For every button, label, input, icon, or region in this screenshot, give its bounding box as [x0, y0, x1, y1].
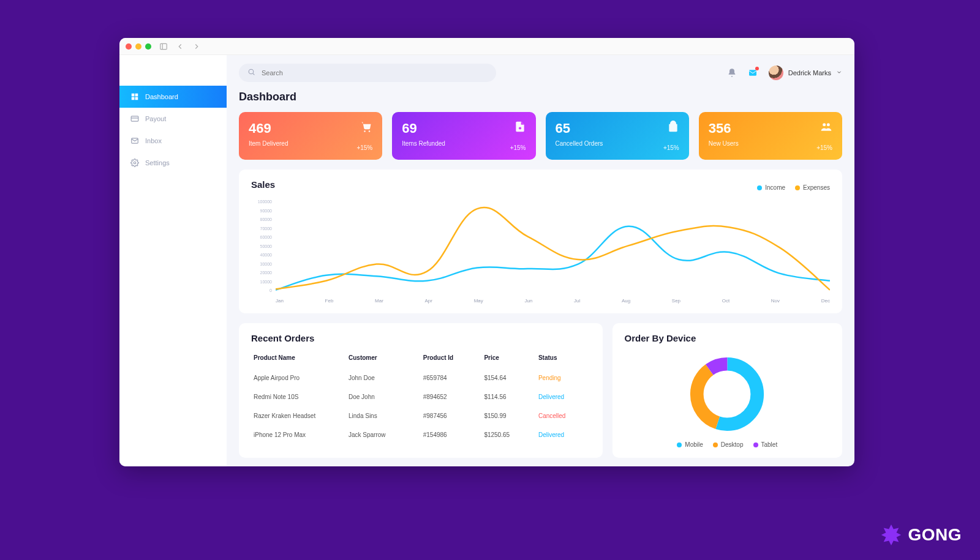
bottom-panels: Recent Orders Product NameCustomerProduc…: [239, 323, 842, 458]
sidebar-item-dashboard[interactable]: Dashboard: [119, 86, 227, 108]
sidebar-item-inbox[interactable]: Inbox: [119, 130, 227, 152]
notifications-button[interactable]: [727, 68, 737, 78]
svg-point-16: [823, 123, 826, 126]
stat-value: 356: [709, 121, 832, 136]
mail-icon: [130, 136, 139, 145]
browser-window: Dashboard Payout Inbox Settings: [119, 38, 854, 466]
stat-label: Cancelled Orders: [556, 140, 679, 147]
svg-line-11: [253, 73, 254, 75]
svg-rect-0: [160, 43, 167, 49]
grid-icon: [130, 92, 139, 101]
table-cell: Razer Kraken Headset: [251, 406, 346, 425]
user-name: Dedrick Marks: [788, 69, 831, 77]
nav-back-button[interactable]: [176, 42, 184, 51]
table-cell: Jack Sparrow: [346, 425, 421, 444]
stat-card-cancelled[interactable]: 65 Cancelled Orders +15%: [546, 112, 689, 160]
legend-label: Expenses: [803, 184, 830, 191]
bag-icon: [667, 121, 679, 133]
svg-point-17: [827, 123, 830, 126]
main-content: Dedrick Marks Dashboard 469 Item Deliver…: [227, 55, 854, 466]
sidebar-item-label: Dashboard: [145, 93, 178, 100]
stat-card-refunded[interactable]: 69 Items Refunded +15%: [392, 112, 535, 160]
messages-button[interactable]: [748, 68, 758, 78]
stat-pct: +15%: [663, 144, 679, 151]
table-row[interactable]: Razer Kraken HeadsetLinda Sins#987456$15…: [251, 406, 590, 425]
svg-point-9: [134, 162, 136, 164]
svg-rect-4: [132, 97, 135, 100]
legend-label: Desktop: [721, 441, 744, 448]
status-badge: Delivered: [536, 387, 590, 406]
legend-income: Income: [757, 184, 785, 191]
stat-pct: +15%: [356, 144, 372, 151]
svg-point-14: [369, 130, 371, 132]
window-titlebar: [119, 38, 854, 55]
close-window-button[interactable]: [126, 43, 132, 50]
orders-col-header: Price: [481, 349, 536, 368]
svg-rect-2: [132, 94, 135, 97]
user-menu[interactable]: Dedrick Marks: [769, 65, 842, 80]
table-cell: $1250.65: [481, 425, 536, 444]
minimize-window-button[interactable]: [135, 43, 141, 50]
svg-point-10: [249, 69, 254, 74]
table-row[interactable]: iPhone 12 Pro MaxJack Sparrow#154986$125…: [251, 425, 590, 444]
sales-title: Sales: [251, 179, 275, 190]
table-cell: John Doe: [346, 368, 421, 387]
search-box[interactable]: [239, 64, 496, 82]
orders-col-header: Status: [536, 349, 590, 368]
avatar: [769, 65, 783, 80]
table-cell: Linda Sins: [346, 406, 421, 425]
sidebar-toggle-icon[interactable]: [159, 42, 168, 51]
app-shell: Dashboard Payout Inbox Settings: [119, 55, 854, 466]
chart-y-axis: 1000009000080000700006000050000400003000…: [251, 200, 272, 293]
stat-cards: 469 Item Delivered +15% 69 Items Refunde…: [239, 112, 842, 160]
legend-label: Tablet: [761, 441, 778, 448]
table-cell: $114.56: [481, 387, 536, 406]
stat-value: 65: [556, 121, 679, 136]
device-legend: MobileDesktopTablet: [677, 441, 777, 448]
gong-logo-text: GONG: [908, 525, 962, 545]
device-panel: Order By Device MobileDesktopTablet: [612, 323, 842, 458]
sidebar-item-payout[interactable]: Payout: [119, 108, 227, 130]
table-cell: #659784: [421, 368, 482, 387]
table-cell: Redmi Note 10S: [251, 387, 346, 406]
stat-label: New Users: [709, 140, 832, 147]
orders-col-header: Product Name: [251, 349, 346, 368]
stat-value: 469: [249, 121, 372, 136]
table-cell: $150.99: [481, 406, 536, 425]
sidebar-item-label: Inbox: [145, 137, 162, 144]
orders-table: Product NameCustomerProduct IdPriceStatu…: [251, 349, 590, 444]
legend-item: Desktop: [713, 441, 744, 448]
status-badge: Cancelled: [536, 406, 590, 425]
svg-point-15: [518, 127, 521, 129]
table-row[interactable]: Redmi Note 10SDoe John#894652$114.56Deli…: [251, 387, 590, 406]
stat-card-newusers[interactable]: 356 New Users +15%: [699, 112, 842, 160]
chevron-down-icon: [836, 69, 842, 77]
stat-card-delivered[interactable]: 469 Item Delivered +15%: [239, 112, 382, 160]
chart-x-axis: JanFebMarAprMayJunJulAugSepOctNovDec: [276, 298, 830, 304]
stat-label: Items Refunded: [402, 140, 526, 147]
table-row[interactable]: Apple Airpod ProJohn Doe#659784$154.64Pe…: [251, 368, 590, 387]
maximize-window-button[interactable]: [145, 43, 151, 50]
search-input[interactable]: [262, 69, 488, 77]
gong-brand: GONG: [880, 523, 962, 547]
legend-item: Mobile: [677, 441, 703, 448]
svg-rect-3: [135, 94, 138, 97]
sales-chart-svg: [276, 200, 830, 292]
card-icon: [130, 114, 139, 123]
legend-item: Tablet: [753, 441, 778, 448]
svg-rect-6: [131, 116, 138, 121]
nav-forward-button[interactable]: [192, 42, 201, 51]
sales-legend: Income Expenses: [757, 184, 830, 191]
sidebar-item-settings[interactable]: Settings: [119, 152, 227, 174]
stat-value: 69: [402, 121, 526, 136]
orders-panel: Recent Orders Product NameCustomerProduc…: [239, 323, 603, 458]
table-cell: #894652: [421, 387, 482, 406]
svg-rect-12: [749, 70, 756, 75]
stat-pct: +15%: [510, 144, 526, 151]
cart-icon: [360, 121, 372, 133]
sidebar-item-label: Payout: [145, 115, 166, 122]
svg-point-13: [364, 130, 366, 132]
legend-label: Income: [765, 184, 785, 191]
table-cell: #987456: [421, 406, 482, 425]
stat-pct: +15%: [816, 144, 832, 151]
